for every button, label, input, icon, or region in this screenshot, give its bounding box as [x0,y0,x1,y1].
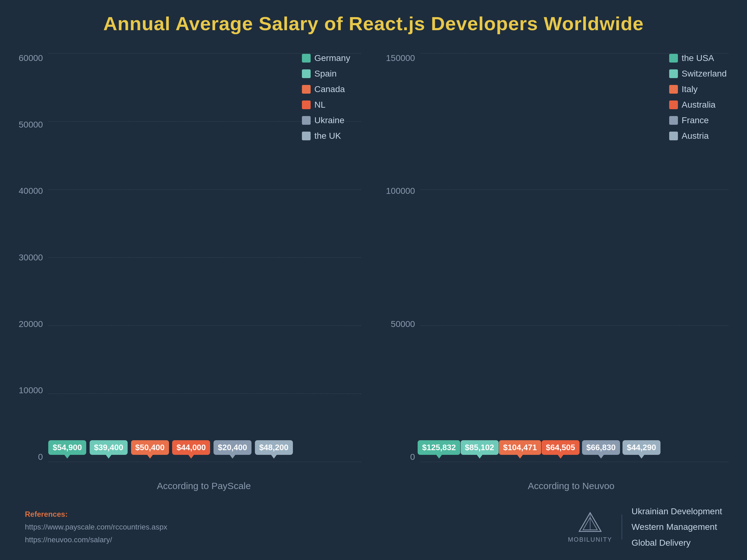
y-axis-label: 40000 [19,186,43,196]
charts-container: 0100002000030000400005000060000 $54,900$… [19,50,728,491]
legend-color-swatch [302,132,311,140]
legend-color-swatch [302,116,311,125]
legend-color-swatch [302,101,311,109]
legend-item: France [669,115,728,125]
chart-area-1: 0100002000030000400005000060000 $54,900$… [19,50,361,478]
legend-color-swatch [669,132,678,140]
bar-label-arrow [436,455,442,459]
tagline3: Global Delivery [632,535,722,551]
logo-area: MOBILUNITY [568,511,612,543]
legend-item: Spain [302,69,361,79]
legend-color-swatch [669,70,678,78]
legend-item: Italy [669,84,728,94]
legend-color-swatch [302,54,311,62]
legend-item: NL [302,100,361,110]
logo-text: MOBILUNITY [568,536,612,543]
bar-label-canada: $50,400 [131,440,169,455]
legend-item: the UK [302,131,361,141]
legend-color-swatch [669,116,678,125]
bars-and-legend-1: $54,900$39,400$50,400$44,000$20,400$48,2… [49,50,361,478]
legend-item: the USA [669,53,728,63]
chart-area-2: 050000100000150000 $125,832$85,102$104,4… [386,50,728,478]
bar-label-arrow [598,455,604,459]
bar-label-the-usa: $125,832 [418,440,460,455]
legend-label: Canada [314,84,345,94]
legend-label: Italy [681,84,697,94]
y-axis-label: 150000 [386,53,415,63]
y-axis-label: 20000 [19,319,43,329]
footer: References: https://www.payscale.com/rcc… [19,504,728,551]
bars-area-2: $125,832$85,102$104,471$64,505$66,830$44… [420,50,660,478]
y-axis-label: 50000 [19,120,43,130]
y-axis-label: 10000 [19,385,43,395]
bar-label-germany: $54,900 [48,440,86,455]
legend-item: Germany [302,53,361,63]
legend-label: Spain [314,69,337,79]
y-axis-label: 0 [38,452,43,462]
y-axis-label: 30000 [19,252,43,263]
legend-label: Switzerland [681,69,727,79]
chart-neuvoo: 050000100000150000 $125,832$85,102$104,4… [386,50,728,491]
legend-label: the UK [314,131,341,141]
bar-label-australia: $64,505 [542,440,579,455]
bars-area-1: $54,900$39,400$50,400$44,000$20,400$48,2… [49,50,292,478]
legend-color-swatch [302,85,311,94]
y-axis-label: 50000 [391,319,415,329]
references: References: https://www.payscale.com/rcc… [25,508,168,546]
bar-label-france: $66,830 [582,440,620,455]
bar-label-arrow [477,455,483,459]
brand-taglines: Ukrainian Development Western Management… [632,504,722,551]
legend-item: Austria [669,131,728,141]
bar-label-ukraine: $20,400 [213,440,252,455]
legend-item: Ukraine [302,115,361,125]
bar-label-arrow [188,455,194,459]
bar-label-arrow [147,455,153,459]
y-axis-1: 0100002000030000400005000060000 [19,50,49,478]
legend-color-swatch [669,85,678,94]
legend-color-swatch [302,70,311,78]
legend-label: NL [314,100,326,110]
y-axis-2: 050000100000150000 [386,50,420,478]
ref-title: References: [25,508,168,521]
bar-label-austria: $44,290 [622,440,661,455]
bar-label-arrow [106,455,111,459]
legend-label: Austria [681,131,709,141]
chart-content-1: $54,900$39,400$50,400$44,000$20,400$48,2… [49,50,361,478]
legend-color-swatch [669,101,678,109]
chart-content-2: $125,832$85,102$104,471$64,505$66,830$44… [420,50,728,478]
legend-label: the USA [681,53,714,63]
bar-label-arrow [517,455,523,459]
bar-label-switzerland: $85,102 [461,440,499,455]
legend-label: Ukraine [314,115,344,125]
chart-label-2: According to Neuvoo [386,478,728,491]
chart-payscale: 0100002000030000400005000060000 $54,900$… [19,50,361,491]
legend-label: Australia [681,100,716,110]
bar-label-arrow [271,455,277,459]
tagline1: Ukrainian Development [632,504,722,519]
legend-2: the USASwitzerlandItalyAustraliaFranceAu… [660,50,728,478]
brand-divider [622,514,622,539]
bar-label-arrow [230,455,235,459]
bar-label-arrow [65,455,70,459]
bar-label-nl: $44,000 [172,440,210,455]
y-axis-label: 100000 [386,186,415,196]
bar-label-italy: $104,471 [499,440,541,455]
legend-item: Canada [302,84,361,94]
mobilunity-logo [576,511,604,534]
bar-label-the-uk: $48,200 [255,440,293,455]
ref1: https://www.payscale.com/rccountries.asp… [25,521,168,534]
legend-item: Australia [669,100,728,110]
tagline2: Western Management [632,519,722,535]
legend-label: France [681,115,709,125]
legend-item: Switzerland [669,69,728,79]
bar-label-arrow [558,455,563,459]
page-title: Annual Average Salary of React.js Develo… [103,12,644,34]
bars-and-legend-2: $125,832$85,102$104,471$64,505$66,830$44… [420,50,728,478]
chart-label-1: According to PayScale [19,478,361,491]
bar-label-spain: $39,400 [89,440,128,455]
legend-1: GermanySpainCanadaNLUkrainethe UK [292,50,361,478]
branding: MOBILUNITY Ukrainian Development Western… [568,504,722,551]
y-axis-label: 0 [410,452,415,462]
legend-color-swatch [669,54,678,62]
ref2: https://neuvoo.com/salary/ [25,534,168,546]
